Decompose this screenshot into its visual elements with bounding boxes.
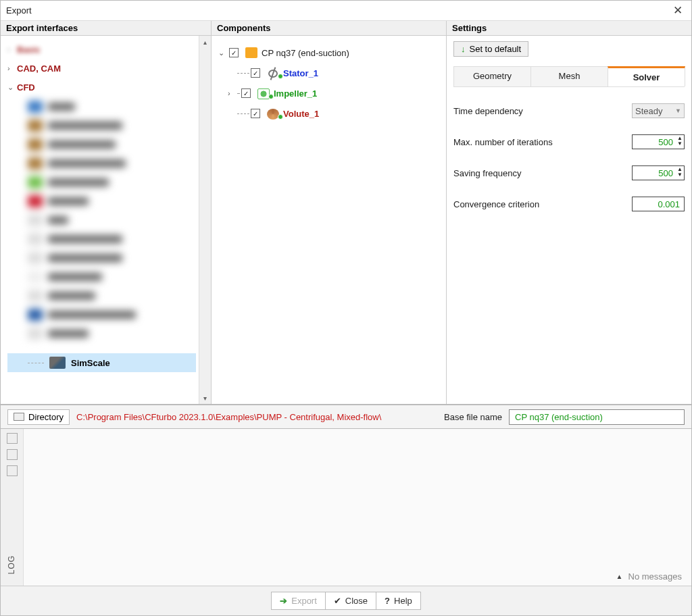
footer-button-group: ➔ Export ✔ Close ? Help: [271, 592, 421, 610]
settings-panel: ↓ Set to default Geometry Mesh Solver Ti…: [447, 36, 691, 404]
save-icon[interactable]: [7, 465, 18, 476]
time-dependency-select[interactable]: Steady ▼: [632, 103, 685, 118]
log-toolbar: LOG: [1, 429, 24, 586]
blurred-interface-list: [28, 97, 163, 353]
directory-path: C:\Program Files\CFturbo 2023.1.0\Exampl…: [76, 412, 381, 422]
settings-tabs: Geometry Mesh Solver: [453, 66, 685, 87]
components-tree[interactable]: ⌄ ✓ CP nq37 (end-suction) ✓ Stator_1 › ✓…: [212, 36, 446, 124]
no-messages-status[interactable]: ▲ No messages: [616, 571, 682, 582]
question-icon: ?: [385, 596, 390, 606]
down-arrow-icon: ↓: [461, 44, 466, 54]
copy-icon[interactable]: [7, 433, 18, 444]
directory-bar: Directory C:\Program Files\CFturbo 2023.…: [1, 405, 691, 429]
panel-headers: Export interfaces Components Settings: [1, 21, 691, 36]
chevron-down-icon[interactable]: ⌄: [218, 49, 228, 57]
stator-icon: [267, 68, 279, 79]
field-label: Saving frequency: [453, 168, 632, 178]
tree-node-cad-cam[interactable]: › CAD, CAM: [7, 59, 199, 78]
component-label: Impeller_1: [274, 88, 317, 99]
scroll-down-icon[interactable]: ▾: [203, 392, 207, 404]
close-icon[interactable]: ✕: [670, 3, 686, 18]
button-label: Set to default: [470, 44, 522, 54]
component-label: Volute_1: [283, 109, 319, 119]
main-panels: › Basic › CAD, CAM ⌄ CFD: [1, 36, 691, 405]
export-interfaces-panel: › Basic › CAD, CAM ⌄ CFD: [1, 36, 212, 404]
export-icon: ➔: [280, 596, 287, 606]
impeller-icon: [257, 88, 270, 99]
button-label: Export: [291, 596, 317, 606]
component-label: Stator_1: [283, 68, 318, 78]
tree-node-cfd[interactable]: ⌄ CFD: [7, 78, 199, 97]
header-components: Components: [212, 21, 447, 35]
status-ok-icon: [268, 94, 274, 99]
checkbox[interactable]: ✓: [229, 48, 239, 57]
chevron-right-icon: ›: [7, 64, 17, 72]
base-file-name-label: Base file name: [444, 412, 502, 422]
status-text: No messages: [628, 571, 682, 582]
interface-item-simscale[interactable]: SimScale: [7, 353, 196, 372]
cfturbo-icon: [245, 47, 257, 58]
chevron-right-icon[interactable]: ›: [228, 89, 237, 97]
row-max-iterations: Max. number of iterations 500 ▲▼: [453, 134, 685, 149]
log-label: LOG: [7, 555, 17, 574]
close-button[interactable]: ✔ Close: [325, 592, 376, 609]
convergence-input[interactable]: 0.001: [632, 197, 685, 211]
volute-icon: [267, 109, 279, 120]
components-panel: ⌄ ✓ CP nq37 (end-suction) ✓ Stator_1 › ✓…: [212, 36, 447, 404]
max-iterations-input[interactable]: 500 ▲▼: [632, 134, 685, 149]
button-label: Directory: [28, 412, 64, 422]
input-value: CP nq37 (end-suction): [515, 412, 603, 422]
input-value: 500: [658, 168, 673, 178]
tree-node-basic[interactable]: › Basic: [7, 40, 199, 59]
row-time-dependency: Time dependency Steady ▼: [453, 103, 685, 118]
log-content: ▲ No messages: [24, 429, 691, 586]
set-to-default-button[interactable]: ↓ Set to default: [453, 41, 528, 57]
expand-icon[interactable]: [7, 449, 18, 460]
input-value: 0.001: [658, 199, 680, 209]
dropdown-icon: ▼: [675, 107, 681, 114]
header-settings: Settings: [447, 21, 691, 35]
component-stator[interactable]: ✓ Stator_1: [218, 63, 446, 83]
log-area: LOG ▲ No messages: [1, 429, 691, 586]
field-label: Max. number of iterations: [453, 137, 632, 147]
header-export-interfaces: Export interfaces: [1, 21, 212, 35]
tab-mesh[interactable]: Mesh: [530, 66, 608, 86]
directory-button[interactable]: Directory: [7, 409, 70, 425]
simscale-icon: [49, 357, 66, 369]
status-ok-icon: [278, 114, 283, 120]
input-value: 500: [658, 137, 673, 147]
saving-frequency-input[interactable]: 500 ▲▼: [632, 165, 685, 180]
chevron-down-icon: ⌄: [7, 83, 17, 92]
component-impeller[interactable]: › ✓ Impeller_1: [218, 83, 446, 103]
status-ok-icon: [278, 74, 283, 79]
base-file-name-input[interactable]: CP nq37 (end-suction): [509, 409, 685, 425]
check-icon: ✔: [334, 596, 341, 606]
footer: ➔ Export ✔ Close ? Help: [1, 586, 691, 615]
row-convergence: Convergence criterion 0.001: [453, 197, 685, 211]
component-label: CP nq37 (end-suction): [262, 48, 349, 58]
window-title: Export: [6, 5, 670, 16]
folder-icon: [14, 413, 24, 421]
title-bar: Export ✕: [1, 1, 691, 21]
interfaces-tree[interactable]: › Basic › CAD, CAM ⌄ CFD: [1, 36, 199, 404]
select-value: Steady: [635, 106, 662, 116]
checkbox[interactable]: ✓: [251, 68, 260, 78]
scrollbar[interactable]: ▴ ▾: [199, 36, 211, 404]
button-label: Help: [394, 596, 412, 606]
checkbox[interactable]: ✓: [241, 88, 251, 98]
export-button[interactable]: ➔ Export: [272, 592, 325, 609]
row-saving-frequency: Saving frequency 500 ▲▼: [453, 165, 685, 180]
spinner-icon[interactable]: ▲▼: [677, 167, 683, 178]
tab-solver[interactable]: Solver: [608, 66, 685, 86]
component-root[interactable]: ⌄ ✓ CP nq37 (end-suction): [218, 43, 446, 63]
scroll-up-icon[interactable]: ▴: [203, 36, 207, 48]
help-button[interactable]: ? Help: [376, 592, 420, 609]
spinner-icon[interactable]: ▲▼: [677, 136, 683, 147]
interface-label: SimScale: [71, 358, 110, 368]
caret-up-icon: ▲: [616, 573, 623, 580]
checkbox[interactable]: ✓: [251, 109, 260, 118]
component-volute[interactable]: ✓ Volute_1: [218, 103, 446, 124]
tab-geometry[interactable]: Geometry: [453, 66, 531, 86]
button-label: Close: [345, 596, 368, 606]
field-label: Convergence criterion: [453, 199, 632, 209]
